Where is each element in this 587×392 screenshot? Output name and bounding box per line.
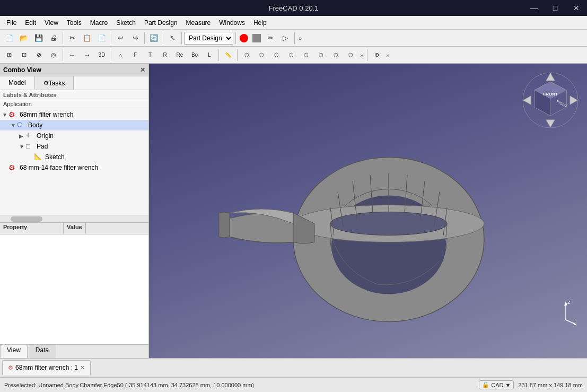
stop-button[interactable] xyxy=(252,34,261,42)
tree-item-2[interactable]: ▶ ✛ Origin xyxy=(0,130,148,141)
tree-label-0: 68mm filter wrench xyxy=(20,111,73,118)
fit-all-button[interactable]: ⊞ xyxy=(2,48,16,62)
menu-windows[interactable]: Windows xyxy=(215,18,249,28)
3d-model xyxy=(187,96,516,326)
tab-tasks-label: Tasks xyxy=(49,80,65,87)
menu-measure[interactable]: Measure xyxy=(182,18,215,28)
tree-area: ▼ ⚙ 68mm filter wrench ▼ ⬡ Body ▶ ✛ Orig… xyxy=(0,108,148,215)
horizontal-scrollbar[interactable] xyxy=(0,215,148,222)
combo-view-title: Combo View xyxy=(3,66,41,74)
svg-text:X: X xyxy=(575,319,576,324)
part7[interactable]: ⬡ xyxy=(329,48,343,62)
new-file-button[interactable]: 📄 xyxy=(2,31,16,45)
tree-item-5[interactable]: ⚙ 68 mm-14 face filter wrench xyxy=(0,162,148,173)
part-icon-0: ⚙ xyxy=(8,110,18,119)
measure-linear-button[interactable]: 📏 xyxy=(221,48,235,62)
refresh-button[interactable]: 🔄 xyxy=(147,31,161,45)
menu-sketch[interactable]: Sketch xyxy=(112,18,140,28)
toolbar-more-2[interactable]: » xyxy=(358,52,365,58)
back-button[interactable]: ← xyxy=(65,48,79,62)
preselected-text: Preselected: Unnamed.Body.Chamfer.Edge50… xyxy=(4,382,254,388)
right-view-button[interactable]: R xyxy=(158,48,172,62)
forward-button[interactable]: → xyxy=(80,48,94,62)
tree-item-3[interactable]: ▼ ◻ Pad xyxy=(0,141,148,152)
viewport-dimensions: 231.87 mm x 149.18 mm xyxy=(518,382,583,388)
close-button[interactable]: ✕ xyxy=(566,0,587,16)
toolbar-more-1[interactable]: » xyxy=(297,35,303,41)
toolbar2-sep-3 xyxy=(218,49,219,61)
pad-icon-3: ◻ xyxy=(25,142,35,151)
toolbar-sep-7 xyxy=(294,32,295,44)
copy-button[interactable]: 📋 xyxy=(80,31,94,45)
bottom-view-button[interactable]: Bo xyxy=(188,48,201,62)
tree-item-4[interactable]: 📐 Sketch xyxy=(0,152,148,162)
menu-macro[interactable]: Macro xyxy=(86,18,112,28)
front-view-button[interactable]: F xyxy=(128,48,142,62)
toolbar-row-2: ⊞ ⊡ ⊘ ◎ ← → 3D ⌂ F T R Re Bo L 📏 ⬡ ⬡ ⬡ ⬡… xyxy=(0,47,587,64)
menu-edit[interactable]: Edit xyxy=(21,18,40,28)
part8[interactable]: ⬡ xyxy=(344,48,357,62)
tree-item-1[interactable]: ▼ ⬡ Body xyxy=(0,120,148,130)
tab-view[interactable]: View xyxy=(0,345,28,358)
combo-close-icon[interactable]: ✕ xyxy=(140,66,145,74)
script-button[interactable]: ✏ xyxy=(264,31,277,45)
tab-data[interactable]: Data xyxy=(29,345,56,358)
top-view-button[interactable]: T xyxy=(143,48,157,62)
snap-button[interactable]: ⊕ xyxy=(370,48,383,62)
workbench-selector[interactable]: Part Design xyxy=(184,32,233,45)
play-button[interactable]: ▷ xyxy=(278,31,292,45)
part3[interactable]: ⬡ xyxy=(269,48,283,62)
left-view-button[interactable]: L xyxy=(203,48,216,62)
maximize-button[interactable]: □ xyxy=(545,0,566,16)
cad-label: CAD xyxy=(491,382,503,388)
tab-tasks[interactable]: ⚙ Tasks xyxy=(35,76,74,90)
tree-item-0[interactable]: ▼ ⚙ 68mm filter wrench xyxy=(0,109,148,120)
bottom-tab-0[interactable]: ⚙ 68mm filter wrench : 1 ✕ xyxy=(2,360,91,375)
part4[interactable]: ⬡ xyxy=(284,48,298,62)
toolbar-sep-2 xyxy=(111,32,111,44)
3d-viewport[interactable]: FRONT RIGHT Z X xyxy=(149,64,587,358)
paste-button[interactable]: 📄 xyxy=(95,31,109,45)
open-button[interactable]: 📂 xyxy=(17,31,31,45)
tree-label-1: Body xyxy=(28,121,42,129)
cut-button[interactable]: ✂ xyxy=(65,31,79,45)
nav-cube[interactable]: FRONT RIGHT xyxy=(521,71,580,129)
toolbar-more-3[interactable]: » xyxy=(384,52,391,58)
toolbar2-sep-1 xyxy=(63,49,63,61)
fit-selection-button[interactable]: ⊡ xyxy=(17,48,31,62)
minimize-button[interactable]: — xyxy=(523,0,545,16)
stereo-button[interactable]: ◎ xyxy=(47,48,60,62)
menu-file[interactable]: File xyxy=(2,18,21,28)
part1[interactable]: ⬡ xyxy=(240,48,253,62)
menu-partdesign[interactable]: Part Design xyxy=(140,18,182,28)
property-panel: Property Value xyxy=(0,222,148,344)
home-view-button[interactable]: ⌂ xyxy=(113,48,127,62)
tree-arrow-3: ▼ xyxy=(19,144,25,150)
titlebar: FreeCAD 0.20.1 — □ ✕ xyxy=(0,0,587,16)
print-button[interactable]: 🖨 xyxy=(47,31,60,45)
redo-button[interactable]: ↪ xyxy=(128,31,142,45)
pointer-button[interactable]: ↖ xyxy=(165,31,179,45)
toolbar-sep-4 xyxy=(163,32,163,44)
tab-model[interactable]: Model xyxy=(0,76,35,90)
left-panel: Combo View ✕ Model ⚙ Tasks Labels & Attr… xyxy=(0,64,149,358)
bottom-tab-close-0[interactable]: ✕ xyxy=(80,364,85,371)
tree-arrow-4 xyxy=(28,154,34,160)
part2[interactable]: ⬡ xyxy=(255,48,268,62)
property-body xyxy=(0,234,148,344)
undo-button[interactable]: ↩ xyxy=(113,31,127,45)
toolbar-row-1: 📄 📂 💾 🖨 ✂ 📋 📄 ↩ ↪ 🔄 ↖ Part Design ✏ ▷ » xyxy=(0,30,587,47)
rear-view-button[interactable]: Re xyxy=(173,48,187,62)
cad-dropdown-icon[interactable]: ▼ xyxy=(505,382,511,388)
3dview-button[interactable]: 3D xyxy=(95,48,109,62)
menu-view[interactable]: View xyxy=(40,18,63,28)
draw-style-button[interactable]: ⊘ xyxy=(32,48,46,62)
lock-icon: 🔒 xyxy=(482,381,489,388)
menu-help[interactable]: Help xyxy=(249,18,271,28)
record-button[interactable] xyxy=(240,34,248,42)
hscroll-thumb[interactable] xyxy=(11,216,42,222)
part6[interactable]: ⬡ xyxy=(314,48,328,62)
menu-tools[interactable]: Tools xyxy=(63,18,86,28)
part5[interactable]: ⬡ xyxy=(299,48,313,62)
save-button[interactable]: 💾 xyxy=(32,31,46,45)
